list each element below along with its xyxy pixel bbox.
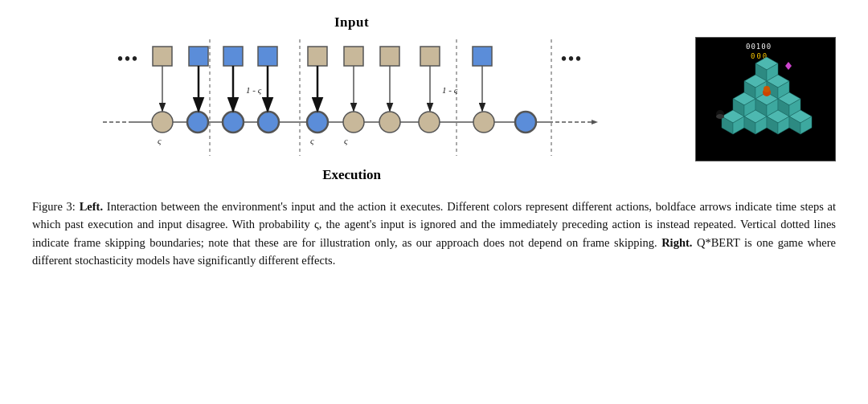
svg-rect-4 bbox=[189, 47, 208, 66]
diagram-area: Input ••• bbox=[32, 14, 671, 183]
svg-point-21 bbox=[152, 112, 173, 133]
svg-point-30 bbox=[515, 112, 536, 133]
main-content: Input ••• bbox=[32, 14, 836, 270]
game-screenshot: 00100 000 bbox=[695, 37, 836, 161]
svg-rect-10 bbox=[420, 47, 440, 66]
svg-rect-5 bbox=[223, 47, 243, 66]
svg-rect-6 bbox=[258, 47, 277, 66]
figure-label: Figure 3: bbox=[32, 200, 76, 213]
right-bold: Right. bbox=[661, 236, 692, 249]
svg-rect-7 bbox=[308, 47, 327, 66]
svg-point-27 bbox=[379, 112, 400, 133]
svg-text:ς: ς bbox=[344, 136, 348, 145]
svg-text:•••: ••• bbox=[117, 50, 139, 67]
execution-label: Execution bbox=[322, 167, 381, 183]
svg-point-26 bbox=[343, 112, 364, 133]
svg-point-24 bbox=[258, 112, 279, 133]
svg-point-25 bbox=[307, 112, 328, 133]
svg-point-29 bbox=[473, 112, 494, 133]
svg-rect-3 bbox=[153, 47, 172, 66]
svg-text:1 - ς: 1 - ς bbox=[442, 85, 458, 95]
svg-rect-9 bbox=[380, 47, 399, 66]
svg-point-23 bbox=[223, 112, 244, 133]
input-label: Input bbox=[334, 14, 369, 31]
svg-text:•••: ••• bbox=[561, 50, 583, 67]
svg-marker-20 bbox=[592, 120, 598, 124]
svg-point-22 bbox=[187, 112, 208, 133]
svg-rect-8 bbox=[344, 47, 363, 66]
svg-point-79 bbox=[764, 86, 770, 92]
svg-point-82 bbox=[716, 114, 724, 119]
left-bold: Left. bbox=[80, 200, 103, 213]
svg-text:1 - ς: 1 - ς bbox=[246, 85, 262, 95]
svg-text:ς: ς bbox=[310, 136, 314, 145]
diagram-svg: ••• bbox=[103, 35, 601, 164]
svg-point-28 bbox=[419, 112, 440, 133]
svg-text:00100: 00100 bbox=[746, 43, 772, 51]
caption-text: Figure 3: Left. Interaction between the … bbox=[32, 198, 836, 270]
svg-text:ς: ς bbox=[158, 136, 162, 145]
svg-rect-11 bbox=[473, 47, 492, 66]
figure-area: Input ••• bbox=[32, 14, 836, 183]
